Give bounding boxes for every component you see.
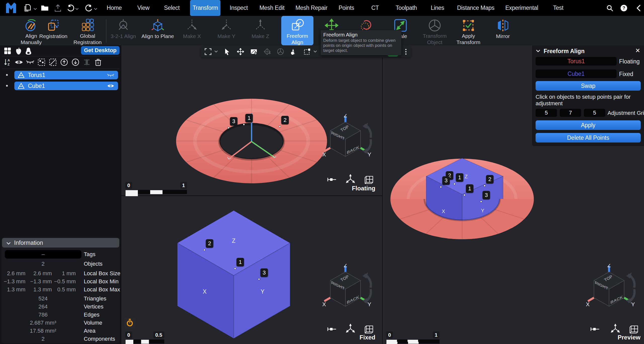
undo-icon[interactable] (66, 4, 75, 13)
rename-icon[interactable] (82, 58, 91, 66)
help-icon[interactable]: ? (619, 4, 628, 13)
perspective-box-icon[interactable] (364, 324, 374, 333)
floating-object-input[interactable]: Torus1 (536, 57, 617, 65)
ribbon-make-z[interactable]: Make Z (244, 16, 277, 45)
menu-ct[interactable]: CT (369, 0, 381, 16)
delete-trash-icon[interactable] (94, 58, 103, 66)
menu-test[interactable]: Test (551, 0, 566, 16)
point-marker[interactable]: 3 (230, 117, 237, 126)
ribbon-321-align[interactable]: 3-2-1 Align (107, 16, 140, 45)
box-select-chevron-icon[interactable] (313, 48, 317, 56)
timer-stopwatch-icon[interactable] (124, 317, 136, 328)
select-all-icon[interactable] (37, 58, 46, 66)
perspective-box-icon[interactable] (629, 324, 639, 333)
menu-experimental[interactable]: Experimental (503, 0, 541, 16)
point-marker[interactable]: 1 (466, 184, 473, 193)
measure-scale-icon[interactable] (590, 325, 600, 335)
export-icon[interactable] (53, 4, 62, 13)
point-marker[interactable]: 3 (442, 176, 450, 185)
adjustment-grid-x-input[interactable]: 5 (536, 109, 557, 117)
close-icon[interactable]: ✕ (634, 47, 641, 54)
axes-tripod-icon[interactable] (611, 324, 620, 333)
point-marker[interactable]: 2 (486, 175, 494, 184)
viewport-divider-horizontal[interactable] (121, 195, 382, 196)
tree-item-torus1[interactable]: Torus1 (14, 71, 118, 79)
redo-chevron-icon[interactable] (94, 7, 98, 10)
select-cursor-icon[interactable] (223, 48, 231, 56)
box-select-icon[interactable] (303, 48, 311, 56)
apple-icon[interactable] (15, 47, 23, 55)
menu-distance-maps[interactable]: Distance Maps (455, 0, 497, 16)
search-icon[interactable] (605, 4, 614, 13)
ribbon-apply-transform[interactable]: Apply Transform (452, 16, 485, 45)
navigation-cube[interactable]: TOP RIGHT BACK Z X Y (321, 264, 380, 311)
axes-tripod-icon[interactable] (346, 174, 355, 184)
trackball-icon[interactable] (276, 48, 285, 56)
deselect-all-icon[interactable] (48, 58, 57, 66)
tree-item-cube1[interactable]: Cube1 (14, 82, 118, 90)
delete-all-points-button[interactable]: Delete All Points (536, 133, 641, 143)
viewport-area[interactable]: 3 1 2 2 1 3 Z X Y 2 3 1 2 1 3 Z X Y TOP … (121, 45, 644, 344)
linux-icon[interactable] (25, 47, 34, 55)
point-marker[interactable]: 1 (245, 114, 253, 122)
fit-view-chevron-icon[interactable] (214, 48, 218, 56)
visibility-hidden-icon[interactable] (107, 72, 114, 78)
menu-mesh-edit[interactable]: Mesh Edit (257, 0, 287, 16)
collapse-chevron-left-icon[interactable] (634, 4, 643, 13)
point-marker[interactable]: 2 (206, 239, 213, 248)
more-options-icon[interactable] (404, 48, 408, 56)
fit-view-icon[interactable] (204, 48, 212, 56)
menu-points[interactable]: Points (336, 0, 357, 16)
undo-chevron-icon[interactable] (75, 7, 79, 10)
point-marker[interactable]: 1 (456, 173, 463, 182)
fixed-object-input[interactable]: Cube1 (536, 70, 617, 78)
move-up-icon[interactable] (60, 58, 69, 66)
ribbon-global-registration[interactable]: Global Registration (71, 16, 104, 45)
move-down-icon[interactable] (71, 58, 80, 66)
menu-mesh-repair[interactable]: Mesh Repair (293, 0, 330, 16)
new-file-icon[interactable] (23, 4, 32, 13)
adjustment-grid-z-input[interactable]: 5 (584, 109, 605, 117)
navigation-cube[interactable]: TOP RIGHT BACK Z X Y (585, 264, 644, 311)
get-desktop-button[interactable]: Get Desktop (81, 46, 119, 55)
ribbon-registration[interactable]: Registration (37, 16, 70, 45)
ribbon-make-y[interactable]: Make Y (210, 16, 243, 45)
menu-lines[interactable]: Lines (428, 0, 447, 16)
redo-icon[interactable] (85, 4, 94, 13)
ribbon-align-to-plane[interactable]: Align to Plane (141, 16, 174, 45)
ribbon-freeform-align[interactable]: Freeform Align (281, 16, 313, 45)
apply-button[interactable]: Apply (536, 120, 641, 130)
adjustment-grid-y-input[interactable]: 7 (560, 109, 581, 117)
information-header[interactable]: Information (2, 238, 119, 248)
ribbon-transform-object[interactable]: Transform Object (418, 16, 451, 45)
menu-toolpath[interactable]: Toolpath (393, 0, 420, 16)
ribbon-mirror[interactable]: Mirror (487, 16, 519, 45)
menu-inspect[interactable]: Inspect (227, 0, 250, 16)
menu-view[interactable]: View (135, 0, 152, 16)
windows-icon[interactable] (4, 47, 13, 55)
sort-icon[interactable]: AZ (3, 58, 12, 66)
navigation-cube[interactable]: TOP RIGHT BACK Z X Y (321, 114, 380, 161)
menu-select[interactable]: Select (162, 0, 182, 16)
menu-transform[interactable]: Transform (190, 0, 220, 16)
point-marker[interactable]: 3 (260, 268, 268, 277)
point-marker[interactable]: 2 (281, 116, 289, 124)
perspective-box-icon[interactable] (364, 174, 374, 184)
axes-tripod-icon[interactable] (346, 324, 355, 333)
viewport-divider-vertical[interactable] (382, 45, 383, 344)
primitives-icon[interactable] (290, 48, 298, 56)
app-logo-icon[interactable] (5, 2, 18, 15)
new-file-chevron-icon[interactable] (34, 7, 38, 10)
ribbon-make-x[interactable]: Make X (176, 16, 208, 45)
panel-header[interactable]: Freeform Align ✕ (532, 47, 644, 55)
screenshot-settings-icon[interactable] (250, 48, 258, 56)
visibility-visible-icon[interactable] (107, 83, 114, 89)
measure-scale-icon[interactable] (327, 176, 337, 185)
point-marker[interactable]: 1 (236, 258, 244, 266)
pan-move-icon[interactable] (236, 48, 245, 56)
open-folder-icon[interactable] (40, 4, 49, 13)
tags-input[interactable]: – (5, 250, 82, 259)
hide-all-eye-closed-icon[interactable] (26, 58, 35, 66)
add-mesh-icon[interactable] (263, 48, 271, 56)
swap-button[interactable]: Swap (536, 81, 641, 91)
